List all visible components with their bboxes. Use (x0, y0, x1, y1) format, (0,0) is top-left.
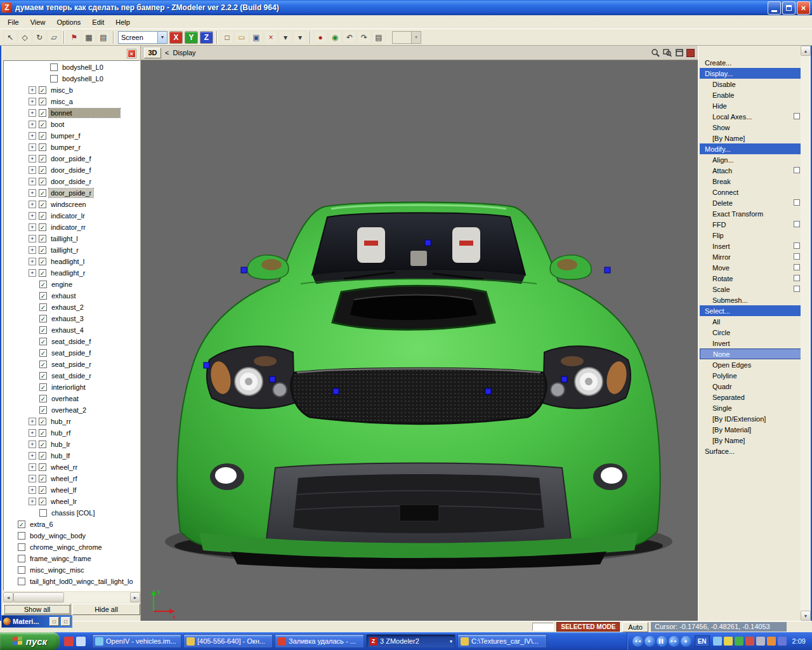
visibility-checkbox[interactable]: ✓ (18, 521, 25, 528)
taskbar-button-3[interactable]: Заливка удалась - ... (275, 634, 364, 648)
command-by-material[interactable]: [By Material] (700, 424, 801, 435)
export-dropdown-icon[interactable]: ▾ (293, 30, 307, 44)
command-checkbox[interactable] (794, 264, 800, 270)
play-icon[interactable]: ► (645, 636, 655, 647)
menu-view[interactable]: View (25, 17, 51, 28)
expand-toggle-icon[interactable]: + (29, 429, 36, 437)
vertex-marker[interactable] (605, 267, 610, 273)
tray-icon-3[interactable] (735, 637, 743, 646)
tree-item[interactable]: +✓bumper_r (4, 142, 140, 153)
visibility-checkbox[interactable]: ✓ (39, 349, 47, 357)
command-submesh[interactable]: Submesh... (700, 295, 801, 305)
expand-toggle-icon[interactable]: + (29, 475, 36, 482)
expand-toggle-icon[interactable]: + (29, 223, 36, 231)
expand-toggle-icon[interactable]: + (29, 98, 36, 105)
expand-toggle-icon[interactable]: + (29, 418, 36, 425)
command-enable[interactable]: Enable (700, 90, 801, 100)
visibility-checkbox[interactable]: ✓ (39, 361, 47, 368)
rotate-view-icon[interactable]: ↻ (32, 30, 46, 44)
command-separated[interactable]: Separated (700, 392, 801, 402)
menu-help[interactable]: Help (110, 17, 136, 28)
visibility-checkbox[interactable] (50, 75, 58, 83)
visibility-checkbox[interactable]: ✓ (39, 178, 46, 185)
viewport-canvas[interactable]: y x (141, 60, 698, 621)
tree-item[interactable]: +✓headlight_r (4, 267, 140, 279)
visibility-checkbox[interactable]: ✓ (39, 292, 47, 300)
delete-icon[interactable]: × (264, 30, 278, 44)
visibility-checkbox[interactable]: ✓ (39, 338, 47, 345)
tree-item[interactable]: tail_light_lod0_wingc_tail_light_lo (4, 576, 140, 587)
command-checkbox[interactable] (794, 221, 800, 227)
auto-button[interactable]: Auto (622, 622, 648, 632)
left-fog-light[interactable] (215, 467, 237, 484)
command-local-axes[interactable]: Local Axes... (700, 111, 801, 122)
expand-toggle-icon[interactable]: + (29, 246, 36, 254)
tree-item[interactable]: ✓engine (4, 279, 140, 290)
tree-item[interactable]: +✓wheel_rr (4, 461, 140, 473)
tree-item[interactable]: +✓misc_b (4, 84, 140, 96)
command-hide[interactable]: Hide (700, 100, 801, 111)
command-modify[interactable]: Modify... (700, 143, 801, 154)
command-by-id-extension[interactable]: [By ID/Extension] (700, 413, 801, 424)
expand-toggle-icon[interactable]: + (29, 212, 36, 220)
visibility-checkbox[interactable] (18, 555, 25, 562)
tray-icon-5[interactable] (756, 637, 765, 646)
tree-item[interactable]: ✓interiorlight (4, 381, 140, 393)
tree-item[interactable]: +✓door_pside_r (4, 187, 140, 199)
visibility-checkbox[interactable] (18, 578, 25, 585)
material-editor-icon[interactable]: ● (313, 30, 327, 44)
expand-toggle-icon[interactable]: + (29, 166, 36, 174)
axis-y-button[interactable]: Y (185, 31, 198, 44)
tree-item[interactable]: chrome_wingc_chrome (4, 541, 140, 553)
tree-item[interactable]: +✓misc_a (4, 96, 140, 107)
show-all-button[interactable]: Show all (3, 604, 71, 615)
tree-item[interactable]: bodyshell_L0 (4, 62, 140, 73)
command-checkbox[interactable] (794, 113, 800, 119)
visibility-checkbox[interactable]: ✓ (39, 383, 47, 391)
command-quadr[interactable]: Quadr (700, 381, 801, 392)
visibility-checkbox[interactable]: ✓ (39, 86, 46, 94)
combobox-dropdown-icon[interactable]: ▾ (157, 32, 167, 43)
language-indicator[interactable]: EN (695, 635, 710, 647)
prev-track-icon[interactable]: ◄◄ (632, 636, 643, 647)
start-button[interactable]: пуск (0, 632, 60, 650)
command-checkbox[interactable] (794, 286, 800, 292)
visibility-checkbox[interactable]: ✓ (39, 258, 46, 265)
command-checkbox[interactable] (794, 167, 800, 173)
command-by-name[interactable]: [By Name] (700, 133, 801, 143)
visibility-checkbox[interactable]: ✓ (39, 109, 46, 117)
tree-item[interactable]: +✓hub_rf (4, 427, 140, 439)
expand-toggle-icon[interactable]: + (29, 86, 36, 94)
vertex-marker[interactable] (333, 388, 339, 394)
undo-icon[interactable]: ↶ (343, 30, 357, 44)
command-none[interactable]: None (700, 348, 801, 359)
command-mirror[interactable]: Mirror (700, 251, 801, 262)
scroll-right-button[interactable]: ► (130, 592, 140, 602)
visibility-checkbox[interactable] (18, 566, 25, 574)
expand-toggle-icon[interactable]: + (29, 269, 36, 277)
visibility-checkbox[interactable]: ✓ (39, 315, 47, 322)
command-ffd[interactable]: FFD (700, 219, 801, 230)
import-dropdown-icon[interactable]: ▾ (278, 30, 292, 44)
axis-x-button[interactable]: X (169, 31, 183, 44)
visibility-checkbox[interactable]: ✓ (39, 269, 46, 277)
command-panel-scrollbar[interactable]: ▲ ▼ (801, 46, 811, 621)
expand-toggle-icon[interactable]: + (29, 189, 36, 197)
vertex-marker[interactable] (204, 362, 209, 368)
screen-combobox[interactable]: Screen ▾ (118, 31, 167, 44)
taskbar-button-1[interactable]: OpenIV - vehicles.im... (92, 634, 181, 648)
visibility-checkbox[interactable]: ✓ (39, 441, 46, 448)
expand-toggle-icon[interactable]: + (29, 235, 36, 242)
tree-item[interactable]: bodyshell_L0 (4, 73, 140, 84)
next-track-icon[interactable]: ►► (669, 636, 679, 647)
panel-close-button[interactable]: × (128, 50, 136, 58)
visibility-checkbox[interactable] (18, 543, 25, 551)
menu-edit[interactable]: Edit (86, 17, 110, 28)
axis-z-button[interactable]: Z (200, 31, 213, 44)
tree-item[interactable]: +✓door_pside_f (4, 153, 140, 164)
visibility-checkbox[interactable] (50, 63, 58, 71)
tree-item[interactable]: body_wingc_body (4, 530, 140, 541)
tree-item[interactable]: misc_wingc_misc (4, 564, 140, 576)
expand-toggle-icon[interactable]: + (29, 121, 36, 128)
quicklaunch-show-desktop-icon[interactable] (76, 637, 86, 646)
